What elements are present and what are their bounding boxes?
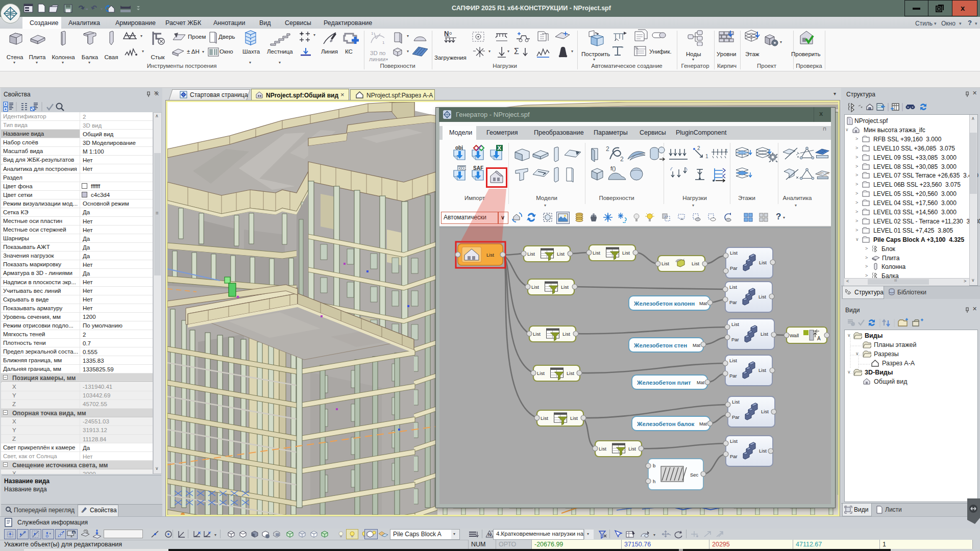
svg-text:Mat: Mat — [699, 421, 707, 427]
svg-text:N: N — [488, 532, 492, 537]
svg-text:List: List — [662, 261, 669, 266]
svg-text:f(): f() — [610, 165, 616, 171]
svg-text:List: List — [758, 294, 766, 299]
svg-text:X: X — [198, 531, 201, 535]
svg-text:List: List — [761, 409, 769, 414]
svg-text:List: List — [567, 370, 574, 376]
svg-text:List: List — [729, 358, 737, 363]
svg-text:List: List — [486, 252, 494, 258]
svg-text:List: List — [537, 370, 545, 376]
svg-text:Железобетон плит: Железобетон плит — [636, 380, 691, 386]
svg-text:DXF: DXF — [458, 166, 467, 171]
svg-text:obj: obj — [455, 145, 463, 151]
svg-text:A: A — [817, 336, 821, 341]
svg-text:Par: Par — [729, 299, 737, 305]
svg-text:Par: Par — [729, 373, 737, 379]
svg-text:List: List — [562, 331, 570, 337]
svg-text:Wall: Wall — [790, 333, 799, 338]
svg-text:List: List — [570, 415, 578, 421]
svg-text:Σ: Σ — [514, 47, 519, 56]
svg-text:List: List — [531, 284, 539, 290]
svg-text:Par: Par — [730, 454, 738, 459]
svg-text:List: List — [759, 448, 767, 454]
svg-text:Par: Par — [731, 337, 739, 342]
svg-text:List: List — [622, 250, 630, 256]
svg-text:o: o — [449, 31, 452, 36]
svg-text:Железобетон балок: Железобетон балок — [636, 421, 694, 427]
svg-text:1: 1 — [382, 40, 385, 45]
svg-text:Par: Par — [730, 265, 738, 271]
svg-text:List: List — [599, 446, 606, 452]
svg-text:Mat: Mat — [699, 301, 707, 306]
svg-text:Mat: Mat — [697, 380, 705, 385]
svg-text:2: 2 — [725, 148, 727, 153]
svg-text:List: List — [541, 415, 548, 421]
svg-text:List: List — [561, 284, 569, 290]
svg-text:Mat: Mat — [693, 343, 701, 348]
svg-text:List: List — [730, 438, 738, 444]
svg-text:List: List — [759, 260, 767, 265]
svg-text:List: List — [730, 250, 738, 256]
svg-text:2: 2 — [606, 145, 609, 153]
svg-text:1: 1 — [371, 31, 374, 36]
svg-text:Y: Y — [208, 531, 211, 535]
svg-text:h: h — [653, 479, 655, 484]
svg-text:List: List — [628, 446, 636, 452]
svg-text:Sec: Sec — [690, 472, 699, 478]
svg-text:List: List — [758, 367, 766, 373]
svg-text:List: List — [593, 250, 600, 256]
svg-text:List: List — [692, 261, 699, 266]
svg-text:2: 2 — [620, 156, 624, 163]
svg-text:List: List — [732, 399, 740, 405]
svg-text:X: X — [498, 145, 502, 151]
svg-text:2: 2 — [697, 145, 700, 151]
svg-text:List: List — [533, 331, 541, 337]
svg-text:1: 1 — [705, 154, 708, 159]
svg-text:Par: Par — [732, 414, 740, 420]
svg-text:List: List — [729, 284, 737, 290]
svg-text:Железобетон стен: Железобетон стен — [633, 342, 687, 348]
svg-text:List: List — [731, 321, 739, 327]
svg-text:SAF: SAF — [473, 165, 483, 171]
svg-text:List: List — [761, 331, 768, 337]
svg-text:Железобетон колонн: Железобетон колонн — [633, 300, 695, 307]
svg-text:List: List — [527, 251, 535, 257]
svg-text:b: b — [653, 463, 655, 468]
svg-text:List: List — [557, 251, 565, 257]
